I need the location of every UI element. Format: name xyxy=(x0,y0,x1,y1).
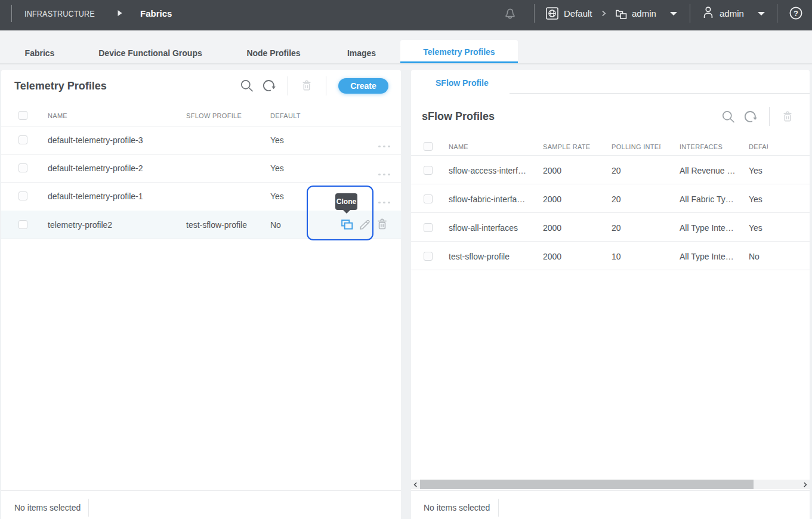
svg-text:?: ? xyxy=(794,9,798,18)
